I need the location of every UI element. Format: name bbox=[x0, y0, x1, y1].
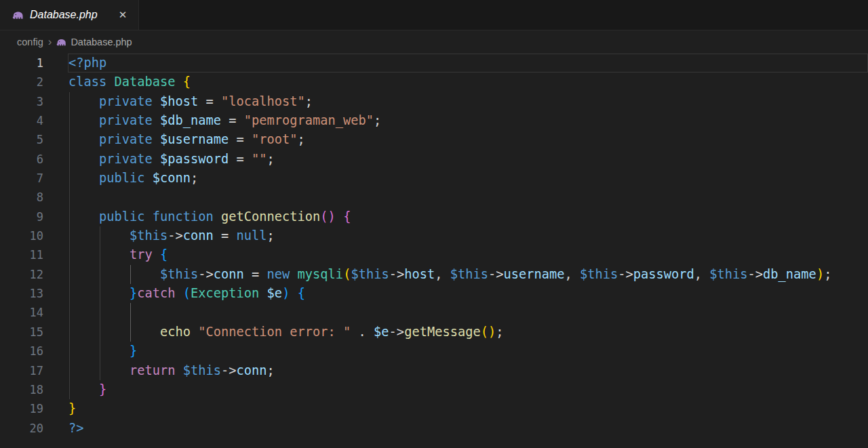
line-number: 6 bbox=[0, 150, 43, 169]
tab-title: Database.php bbox=[30, 9, 109, 21]
code-line: 8 bbox=[0, 188, 868, 207]
code-content: echo "Connection error: " . $e->getMessa… bbox=[68, 323, 868, 342]
code-line: 12 $this->conn = new mysqli($this->host,… bbox=[0, 265, 868, 284]
code-line: 1<?php bbox=[0, 54, 868, 73]
vscode-window: Database.php ✕ config › Database.php 1<?… bbox=[0, 0, 868, 448]
line-number: 3 bbox=[0, 92, 43, 111]
code-line: 13 }catch (Exception $e) { bbox=[0, 284, 868, 303]
code-content: $this->conn = new mysqli($this->host, $t… bbox=[68, 265, 868, 284]
code-content: $this->conn = null; bbox=[68, 226, 868, 245]
breadcrumb-file-label: Database.php bbox=[71, 37, 132, 47]
code-line: 15 echo "Connection error: " . $e->getMe… bbox=[0, 323, 868, 342]
line-number: 4 bbox=[0, 111, 43, 130]
code-content: return $this->conn; bbox=[68, 361, 868, 380]
code-line: 10 $this->conn = null; bbox=[0, 226, 868, 245]
code-line: 2class Database { bbox=[0, 73, 868, 91]
line-number: 18 bbox=[0, 380, 43, 399]
tab-database-php[interactable]: Database.php ✕ bbox=[0, 0, 139, 30]
code-content: public function getConnection() { bbox=[68, 207, 868, 226]
code-content: }catch (Exception $e) { bbox=[68, 284, 868, 303]
code-content: <?php bbox=[68, 54, 868, 73]
php-elephant-icon bbox=[56, 37, 66, 47]
code-line: 17 return $this->conn; bbox=[0, 361, 868, 380]
line-number: 7 bbox=[0, 169, 43, 188]
indent-guide bbox=[100, 303, 100, 322]
code-content bbox=[68, 303, 868, 322]
code-line: 6 private $password = ""; bbox=[0, 150, 868, 169]
code-content: } bbox=[68, 399, 868, 418]
code-line: 3 private $host = "localhost"; bbox=[0, 92, 868, 111]
line-number: 11 bbox=[0, 245, 43, 264]
code-content: try { bbox=[68, 245, 868, 264]
code-content bbox=[68, 188, 868, 207]
chevron-right-icon: › bbox=[48, 37, 52, 47]
php-elephant-icon bbox=[12, 9, 24, 21]
code-content: class Database { bbox=[68, 73, 868, 91]
line-number: 8 bbox=[0, 188, 43, 207]
code-content: private $password = ""; bbox=[68, 150, 868, 169]
code-line: 9 public function getConnection() { bbox=[0, 207, 868, 226]
code-line: 4 private $db_name = "pemrograman_web"; bbox=[0, 111, 868, 130]
code-content: } bbox=[68, 342, 868, 361]
code-content: ?> bbox=[68, 419, 868, 438]
breadcrumb-folder[interactable]: config bbox=[17, 37, 43, 47]
indent-guide bbox=[69, 188, 70, 207]
editor[interactable]: 1<?php2class Database {3 private $host =… bbox=[0, 54, 868, 438]
code-content: private $db_name = "pemrograman_web"; bbox=[68, 111, 868, 130]
line-number: 1 bbox=[0, 54, 43, 73]
code-content: private $host = "localhost"; bbox=[68, 92, 868, 111]
code-content: private $username = "root"; bbox=[68, 130, 868, 149]
line-number: 14 bbox=[0, 303, 43, 322]
line-number: 12 bbox=[0, 265, 43, 284]
close-icon[interactable]: ✕ bbox=[115, 7, 130, 22]
code-line: 7 public $conn; bbox=[0, 169, 868, 188]
code-line: 19} bbox=[0, 399, 868, 418]
line-number: 2 bbox=[0, 73, 43, 91]
code-line: 16 } bbox=[0, 342, 868, 361]
line-number: 13 bbox=[0, 284, 43, 303]
breadcrumb: config › Database.php bbox=[0, 30, 868, 54]
code-content: } bbox=[68, 380, 868, 399]
tab-bar: Database.php ✕ bbox=[0, 0, 868, 30]
code-line: 18 } bbox=[0, 380, 868, 399]
code-line: 14 bbox=[0, 303, 868, 322]
code-line: 5 private $username = "root"; bbox=[0, 130, 868, 149]
line-number: 5 bbox=[0, 130, 43, 149]
line-number: 17 bbox=[0, 361, 43, 380]
code-content: public $conn; bbox=[68, 169, 868, 188]
line-number: 9 bbox=[0, 207, 43, 226]
line-number: 20 bbox=[0, 419, 43, 438]
line-number: 16 bbox=[0, 342, 43, 361]
code-line: 11 try { bbox=[0, 245, 868, 264]
indent-guide bbox=[130, 303, 131, 322]
line-number: 15 bbox=[0, 323, 43, 342]
indent-guide bbox=[69, 303, 70, 322]
line-number: 19 bbox=[0, 399, 43, 418]
breadcrumb-file[interactable]: Database.php bbox=[56, 37, 132, 47]
code-line: 20?> bbox=[0, 419, 868, 438]
line-number: 10 bbox=[0, 226, 43, 245]
current-line-highlight bbox=[68, 54, 868, 73]
